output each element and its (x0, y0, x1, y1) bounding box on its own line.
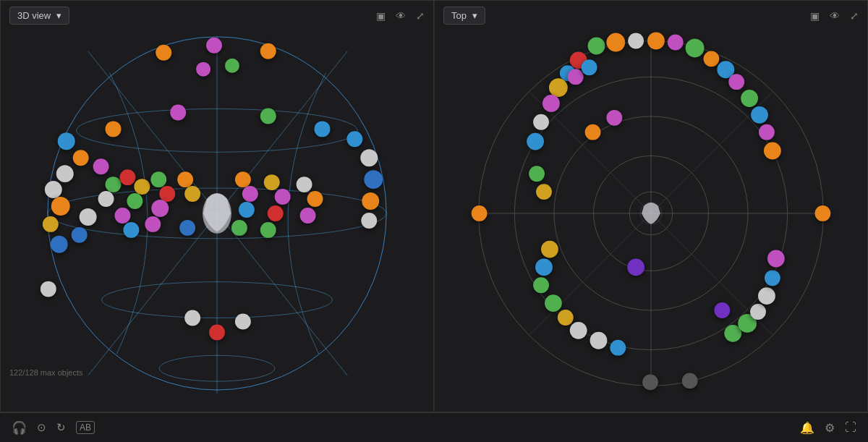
top-database-icon[interactable]: ▣ (810, 10, 820, 22)
svg-point-61 (315, 121, 331, 137)
svg-point-109 (750, 304, 766, 320)
svg-point-58 (106, 121, 122, 137)
3d-view-selector[interactable]: 3D view ▾ (9, 7, 69, 25)
svg-point-15 (73, 150, 89, 166)
svg-point-31 (119, 169, 135, 185)
svg-point-12 (206, 38, 222, 54)
3d-eye-icon[interactable]: 👁 (396, 10, 406, 22)
svg-point-28 (98, 191, 114, 207)
svg-point-57 (41, 281, 56, 297)
top-eye-icon[interactable]: 👁 (830, 10, 840, 22)
svg-point-49 (268, 205, 284, 221)
svg-point-91 (814, 205, 830, 221)
svg-point-35 (123, 222, 139, 238)
3d-view-chevron: ▾ (56, 10, 61, 21)
svg-point-86 (542, 95, 560, 112)
3d-panel-icons: ▣ 👁 ⤢ (376, 10, 425, 22)
svg-point-116 (606, 110, 622, 126)
svg-point-59 (170, 104, 186, 120)
bell-icon[interactable]: 🔔 (800, 421, 814, 435)
svg-point-76 (628, 33, 644, 49)
svg-point-22 (360, 149, 378, 166)
svg-point-75 (606, 33, 625, 52)
svg-point-113 (627, 259, 644, 276)
svg-point-56 (235, 313, 251, 329)
svg-point-19 (43, 216, 59, 232)
svg-point-46 (231, 220, 247, 236)
top-view-label: Top (451, 10, 467, 21)
status-left: 🎧 ⊙ ↻ AB (12, 420, 95, 435)
svg-point-96 (536, 184, 552, 200)
svg-point-77 (647, 33, 665, 50)
3d-database-icon[interactable]: ▣ (376, 10, 386, 22)
svg-point-106 (682, 373, 698, 388)
svg-point-60 (260, 108, 276, 124)
svg-point-42 (179, 220, 195, 236)
svg-point-105 (642, 374, 658, 390)
fullscreen-icon[interactable]: ⛶ (845, 421, 856, 434)
svg-point-63 (225, 59, 239, 73)
svg-point-25 (361, 213, 377, 229)
svg-point-54 (184, 310, 200, 326)
svg-point-88 (751, 106, 768, 124)
status-right: 🔔 ⚙ ⛶ (800, 421, 856, 435)
svg-point-17 (45, 181, 62, 198)
svg-point-97 (541, 241, 558, 258)
svg-point-117 (568, 69, 584, 85)
svg-point-18 (51, 197, 70, 216)
bottom-tool-icons: 🎧 ⊙ ↻ AB (12, 420, 95, 435)
svg-point-110 (758, 287, 775, 305)
status-bar: 🎧 ⊙ ↻ AB 🔔 ⚙ ⛶ (0, 412, 868, 442)
svg-point-11 (156, 45, 171, 61)
3d-view-canvas (1, 1, 433, 412)
svg-point-112 (767, 250, 785, 268)
svg-point-30 (72, 227, 88, 243)
svg-point-33 (127, 193, 142, 209)
svg-point-82 (728, 74, 744, 90)
svg-point-95 (529, 166, 545, 182)
svg-point-118 (582, 59, 597, 75)
top-scene-svg (435, 1, 867, 412)
top-expand-icon[interactable]: ⤢ (850, 10, 859, 22)
svg-point-16 (56, 165, 74, 182)
svg-point-93 (533, 114, 549, 130)
ab-button[interactable]: AB (76, 421, 95, 434)
svg-point-29 (80, 208, 97, 226)
svg-point-92 (472, 205, 488, 221)
svg-point-79 (686, 39, 705, 58)
svg-point-53 (300, 208, 316, 224)
svg-point-94 (527, 133, 544, 150)
headphone-icon[interactable]: 🎧 (12, 420, 27, 435)
svg-point-89 (759, 124, 775, 140)
svg-point-47 (264, 174, 280, 190)
panel-3d-view: 3D view ▾ ▣ 👁 ⤢ (0, 0, 434, 412)
svg-point-21 (346, 131, 362, 147)
svg-point-87 (741, 90, 758, 107)
svg-point-38 (151, 200, 169, 217)
svg-point-24 (362, 192, 379, 210)
svg-point-32 (134, 179, 150, 195)
3d-scene-svg (1, 1, 433, 412)
svg-point-100 (545, 294, 562, 312)
refresh-icon[interactable]: ↻ (56, 421, 66, 434)
svg-point-52 (307, 191, 323, 207)
3d-expand-icon[interactable]: ⤢ (416, 10, 425, 22)
top-view-canvas (435, 1, 867, 412)
svg-point-41 (184, 186, 200, 202)
gear-icon[interactable]: ⚙ (825, 421, 835, 435)
svg-point-20 (51, 236, 68, 253)
svg-point-101 (558, 310, 574, 326)
svg-point-90 (764, 143, 781, 160)
svg-point-13 (260, 43, 276, 59)
top-view-selector[interactable]: Top ▾ (443, 7, 485, 25)
svg-point-43 (235, 171, 251, 187)
search-icon[interactable]: ⊙ (37, 421, 46, 434)
svg-point-36 (150, 171, 166, 187)
svg-point-99 (533, 277, 549, 293)
svg-point-102 (570, 322, 587, 339)
svg-point-40 (177, 171, 193, 187)
svg-point-51 (297, 177, 312, 192)
svg-point-45 (239, 202, 255, 218)
svg-point-103 (590, 332, 608, 349)
svg-point-115 (585, 124, 601, 140)
